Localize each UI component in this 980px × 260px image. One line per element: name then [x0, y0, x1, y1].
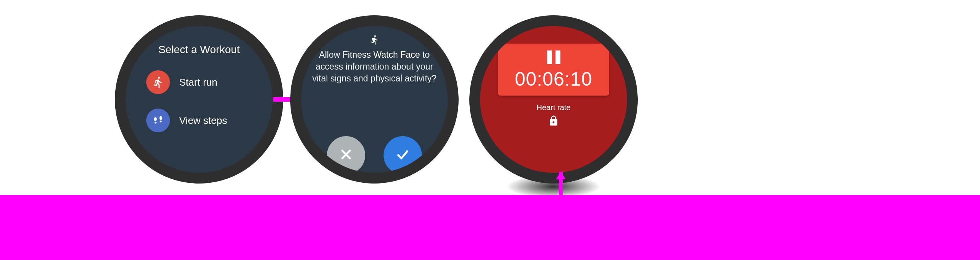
allow-button[interactable] — [384, 136, 422, 173]
watch-face-select-workout: Select a Workout Start run View steps — [126, 26, 273, 173]
watch-face-active-workout: 00:06:10 Heart rate — [480, 26, 627, 173]
watch-face-permission-dialog: Allow Fitness Watch Face to access infor… — [301, 26, 448, 173]
check-icon — [395, 147, 410, 164]
screen-title: Select a Workout — [133, 44, 265, 56]
menu-item-label: Start run — [179, 76, 217, 88]
permission-prefix: Allow — [319, 50, 342, 60]
deny-button[interactable] — [327, 136, 365, 173]
highlight-bar — [0, 195, 980, 260]
run-icon — [146, 70, 170, 94]
workout-timer-card[interactable]: 00:06:10 — [498, 44, 609, 96]
watch-bezel-3: 00:06:10 Heart rate — [469, 15, 638, 184]
menu-item-start-run[interactable]: Start run — [133, 67, 265, 98]
pause-icon — [547, 50, 560, 64]
flow-arrow-up — [559, 172, 563, 197]
permission-button-row — [301, 132, 448, 173]
lock-icon — [548, 115, 559, 128]
watch-bezel-2: Allow Fitness Watch Face to access infor… — [290, 15, 459, 184]
close-icon — [338, 147, 354, 164]
watch-flow-diagram: Select a Workout Start run View steps — [115, 15, 638, 184]
menu-item-label: View steps — [179, 115, 227, 127]
watch-bezel-1: Select a Workout Start run View steps — [115, 15, 283, 184]
menu-item-view-steps[interactable]: View steps — [133, 105, 265, 136]
permission-prompt-text: Allow Fitness Watch Face to access infor… — [301, 49, 448, 84]
steps-icon — [146, 109, 170, 132]
elapsed-time: 00:06:10 — [515, 68, 593, 90]
watch-3-container: 00:06:10 Heart rate — [469, 15, 638, 184]
activity-icon — [369, 34, 380, 47]
heart-rate-label: Heart rate — [537, 103, 571, 112]
permission-app-name: Fitness Watch Face — [343, 50, 420, 60]
